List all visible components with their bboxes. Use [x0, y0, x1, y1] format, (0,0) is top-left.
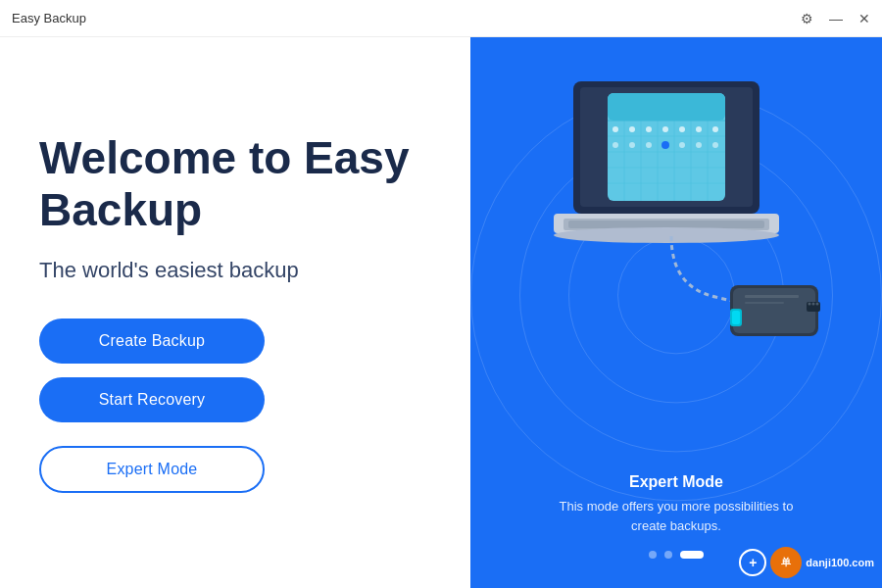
dot-1[interactable] — [649, 551, 657, 559]
svg-point-24 — [646, 142, 652, 148]
svg-rect-3 — [608, 93, 725, 121]
minimize-icon[interactable]: — — [829, 11, 843, 26]
svg-point-20 — [696, 126, 702, 132]
settings-icon[interactable]: ⚙ — [801, 11, 813, 26]
watermark-plus-icon: + — [739, 549, 766, 576]
svg-point-41 — [812, 303, 815, 306]
slide-desc: This mode offers you more possibilities … — [549, 497, 804, 535]
app-title: Easy Backup — [12, 11, 86, 25]
illustration — [510, 57, 843, 370]
right-panel: Expert Mode This mode offers you more po… — [470, 37, 882, 588]
svg-point-21 — [712, 126, 718, 132]
main-content: Welcome to Easy Backup The world's easie… — [0, 37, 882, 588]
welcome-title: Welcome to Easy Backup — [39, 132, 431, 236]
close-icon[interactable]: ✕ — [858, 11, 870, 26]
svg-point-16 — [629, 126, 635, 132]
svg-point-23 — [629, 142, 635, 148]
watermark-logo-icon: 单 — [770, 547, 802, 578]
dot-2[interactable] — [664, 551, 672, 559]
left-panel: Welcome to Easy Backup The world's easie… — [0, 37, 470, 588]
laptop-hdd-svg — [519, 72, 833, 356]
svg-point-40 — [808, 303, 811, 306]
svg-rect-31 — [568, 220, 764, 228]
expert-mode-button[interactable]: Expert Mode — [39, 446, 265, 493]
svg-rect-36 — [732, 311, 740, 324]
start-recovery-button[interactable]: Start Recovery — [39, 377, 265, 422]
titlebar: Easy Backup ⚙ — ✕ — [0, 0, 882, 37]
window-controls: ⚙ — ✕ — [801, 11, 870, 26]
svg-rect-34 — [733, 288, 815, 333]
carousel-dots — [649, 551, 704, 559]
svg-rect-39 — [745, 302, 784, 304]
svg-point-32 — [554, 227, 779, 243]
watermark: + 单 danji100.com — [739, 547, 874, 578]
svg-point-25 — [662, 141, 669, 149]
dot-3[interactable] — [680, 551, 704, 559]
slide-text: Expert Mode This mode offers you more po… — [549, 473, 804, 535]
svg-point-19 — [679, 126, 685, 132]
slide-title: Expert Mode — [549, 473, 804, 491]
svg-point-27 — [696, 142, 702, 148]
svg-point-15 — [612, 126, 618, 132]
svg-point-42 — [816, 303, 819, 306]
svg-point-28 — [712, 142, 718, 148]
svg-point-22 — [612, 142, 618, 148]
svg-rect-38 — [745, 295, 799, 298]
svg-point-26 — [679, 142, 685, 148]
svg-point-18 — [662, 126, 668, 132]
svg-point-17 — [646, 126, 652, 132]
welcome-subtitle: The world's easiest backup — [39, 258, 431, 283]
watermark-site: danji100.com — [806, 557, 874, 568]
create-backup-button[interactable]: Create Backup — [39, 318, 265, 364]
watermark-plus: + — [749, 555, 757, 570]
